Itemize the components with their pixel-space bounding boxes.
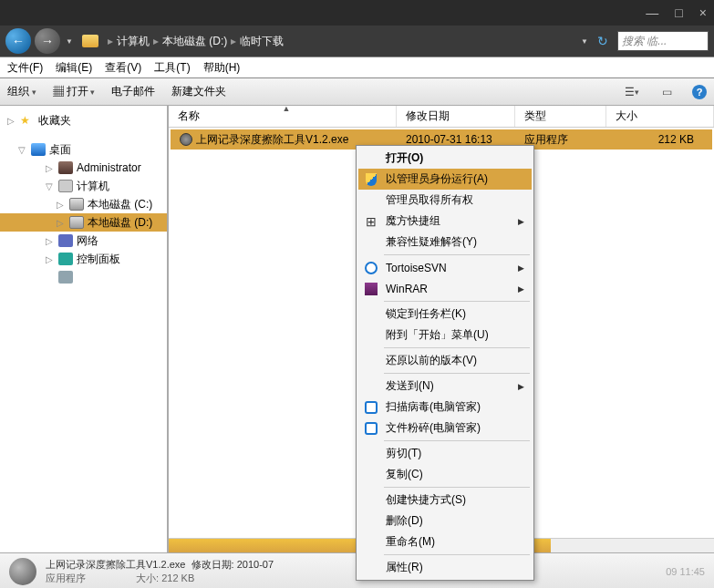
sidebar-control-panel[interactable]: ▷控制面板	[0, 250, 167, 268]
minimize-button[interactable]: —	[646, 5, 658, 20]
refresh-icon[interactable]: ↻	[597, 34, 608, 48]
context-menu: 打开(O) 以管理员身份运行(A) 管理员取得所有权 魔方快捷组▶ 兼容性疑难解…	[356, 145, 534, 581]
sidebar-network[interactable]: ▷网络	[0, 232, 167, 250]
menu-help[interactable]: 帮助(H)	[203, 60, 241, 76]
winrar-icon	[365, 283, 378, 295]
file-name: 上网记录深度擦除工具V1.2.exe	[196, 132, 348, 148]
history-dropdown[interactable]: ▼	[66, 37, 73, 46]
col-size[interactable]: 大小	[606, 106, 714, 127]
close-button[interactable]: ×	[699, 5, 707, 20]
cm-run-as-admin[interactable]: 以管理员身份运行(A)	[358, 169, 532, 190]
cm-pin-taskbar[interactable]: 锁定到任务栏(K)	[358, 304, 532, 325]
sidebar-computer[interactable]: ▽计算机	[0, 177, 167, 195]
cm-open[interactable]: 打开(O)	[358, 148, 532, 169]
cm-copy[interactable]: 复制(C)	[358, 464, 532, 485]
titlebar: — □ ×	[0, 0, 714, 26]
email-button[interactable]: 电子邮件	[111, 84, 155, 99]
scan-icon	[365, 401, 378, 414]
shield-icon	[366, 173, 377, 186]
organize-button[interactable]: 组织	[7, 84, 36, 99]
exe-icon	[180, 133, 192, 146]
cm-cut[interactable]: 剪切(T)	[358, 443, 532, 464]
col-date[interactable]: 修改日期	[397, 106, 515, 127]
menu-tools[interactable]: 工具(T)	[154, 60, 190, 76]
cm-winrar[interactable]: WinRAR▶	[358, 278, 532, 299]
cm-rename[interactable]: 重命名(M)	[358, 531, 532, 552]
cm-properties[interactable]: 属性(R)	[358, 557, 532, 578]
path-dropdown[interactable]: ▼	[581, 37, 588, 46]
status-icon	[9, 558, 36, 585]
shred-icon	[365, 422, 378, 435]
help-icon[interactable]: ?	[692, 85, 707, 99]
cm-pin-start[interactable]: 附到「开始」菜单(U)	[358, 325, 532, 346]
column-headers: 名称▲ 修改日期 类型 大小	[169, 106, 714, 128]
back-button[interactable]: ←	[5, 28, 31, 54]
maximize-button[interactable]: □	[675, 5, 682, 20]
cm-delete[interactable]: 删除(D)	[358, 511, 532, 531]
sidebar-favorites[interactable]: ▷★收藏夹	[0, 111, 167, 129]
breadcrumb[interactable]: ▸ 计算机 ▸ 本地磁盘 (D:) ▸ 临时下载	[108, 34, 575, 49]
breadcrumb-drive[interactable]: 本地磁盘 (D:)	[162, 34, 227, 49]
sidebar-drive-c[interactable]: ▷本地磁盘 (C:)	[0, 195, 167, 213]
breadcrumb-folder[interactable]: 临时下载	[240, 34, 284, 49]
preview-pane-button[interactable]: ▭	[657, 84, 676, 100]
sidebar-admin[interactable]: ▷Administrator	[0, 159, 167, 177]
menu-file[interactable]: 文件(F)	[7, 60, 43, 76]
sidebar: ▷★收藏夹 ▽桌面 ▷Administrator ▽计算机 ▷本地磁盘 (C:)…	[0, 106, 169, 552]
sidebar-recycle[interactable]	[0, 268, 167, 286]
svn-icon	[365, 262, 378, 274]
open-button[interactable]: ▦ 打开	[53, 84, 96, 99]
sidebar-desktop[interactable]: ▽桌面	[0, 140, 167, 159]
cm-mofang[interactable]: 魔方快捷组▶	[358, 211, 532, 232]
sidebar-drive-d[interactable]: ▷本地磁盘 (D:)	[0, 213, 167, 232]
cm-svn[interactable]: TortoiseSVN▶	[358, 257, 532, 278]
menu-bar: 文件(F) 编辑(E) 查看(V) 工具(T) 帮助(H)	[0, 57, 714, 78]
view-mode-button[interactable]: ☰	[623, 84, 641, 100]
col-type[interactable]: 类型	[515, 106, 606, 127]
col-name[interactable]: 名称▲	[169, 106, 397, 127]
menu-edit[interactable]: 编辑(E)	[56, 60, 92, 76]
cm-restore[interactable]: 还原以前的版本(V)	[358, 350, 532, 371]
cm-send-to[interactable]: 发送到(N)▶	[358, 376, 532, 397]
nav-bar: ← → ▼ ▸ 计算机 ▸ 本地磁盘 (D:) ▸ 临时下载 ▼ ↻ 搜索 临.…	[0, 26, 714, 57]
cm-scan[interactable]: 扫描病毒(电脑管家)	[358, 397, 532, 418]
breadcrumb-computer[interactable]: 计算机	[117, 34, 150, 49]
folder-icon	[82, 35, 98, 47]
cm-shortcut[interactable]: 创建快捷方式(S)	[358, 490, 532, 511]
cm-compat[interactable]: 兼容性疑难解答(Y)	[358, 232, 532, 253]
cm-shred[interactable]: 文件粉碎(电脑管家)	[358, 418, 532, 438]
cm-admin-ownership[interactable]: 管理员取得所有权	[358, 190, 532, 211]
forward-button[interactable]: →	[35, 28, 60, 54]
search-input[interactable]: 搜索 临...	[617, 31, 709, 51]
file-size: 212 KB	[606, 133, 712, 146]
grid-icon	[364, 214, 378, 229]
menu-view[interactable]: 查看(V)	[105, 60, 141, 76]
file-date: 2010-07-31 16:13	[397, 133, 515, 146]
new-folder-button[interactable]: 新建文件夹	[171, 84, 226, 99]
toolbar: 组织 ▦ 打开 电子邮件 新建文件夹 ☰ ▭ ?	[0, 78, 714, 106]
